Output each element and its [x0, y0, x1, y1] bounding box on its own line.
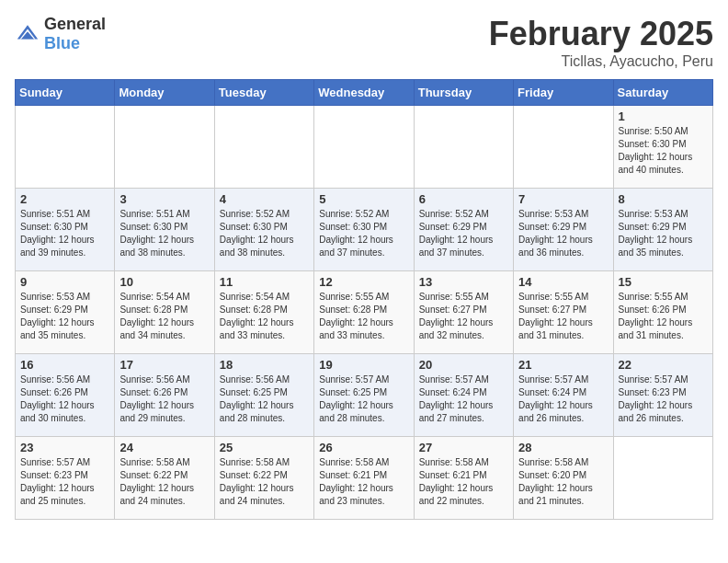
calendar-cell: 18Sunrise: 5:56 AM Sunset: 6:25 PM Dayli… [214, 354, 313, 437]
calendar-cell: 24Sunrise: 5:58 AM Sunset: 6:22 PM Dayli… [115, 437, 214, 520]
day-number: 20 [419, 358, 508, 372]
calendar-week-0: 1Sunrise: 5:50 AM Sunset: 6:30 PM Daylig… [16, 106, 713, 189]
calendar-cell: 9Sunrise: 5:53 AM Sunset: 6:29 PM Daylig… [16, 271, 115, 354]
day-info: Sunrise: 5:58 AM Sunset: 6:22 PM Dayligh… [220, 456, 309, 508]
calendar-cell [314, 106, 414, 189]
day-number: 16 [20, 358, 109, 372]
weekday-header-saturday: Saturday [613, 80, 712, 106]
calendar-cell: 15Sunrise: 5:55 AM Sunset: 6:26 PM Dayli… [613, 271, 712, 354]
calendar-cell: 14Sunrise: 5:55 AM Sunset: 6:27 PM Dayli… [514, 271, 613, 354]
day-info: Sunrise: 5:52 AM Sunset: 6:29 PM Dayligh… [419, 208, 508, 259]
month-title: February 2025 [489, 15, 713, 53]
day-number: 6 [419, 192, 508, 206]
day-info: Sunrise: 5:55 AM Sunset: 6:27 PM Dayligh… [419, 291, 508, 342]
calendar-cell: 20Sunrise: 5:57 AM Sunset: 6:24 PM Dayli… [414, 354, 513, 437]
logo-icon [15, 21, 40, 47]
calendar-cell [16, 106, 115, 189]
day-info: Sunrise: 5:51 AM Sunset: 6:30 PM Dayligh… [20, 208, 109, 259]
weekday-header-friday: Friday [514, 80, 613, 106]
day-info: Sunrise: 5:50 AM Sunset: 6:30 PM Dayligh… [619, 125, 708, 177]
calendar-cell: 2Sunrise: 5:51 AM Sunset: 6:30 PM Daylig… [16, 189, 115, 271]
day-info: Sunrise: 5:56 AM Sunset: 6:26 PM Dayligh… [119, 373, 209, 425]
day-number: 9 [20, 275, 109, 289]
day-number: 13 [419, 275, 508, 289]
day-number: 3 [119, 192, 209, 206]
day-info: Sunrise: 5:56 AM Sunset: 6:26 PM Dayligh… [20, 373, 109, 425]
page-header: General Blue February 2025 Ticllas, Ayac… [15, 15, 713, 70]
calendar-cell: 1Sunrise: 5:50 AM Sunset: 6:30 PM Daylig… [613, 106, 712, 189]
weekday-header-wednesday: Wednesday [314, 80, 414, 106]
calendar-week-4: 23Sunrise: 5:57 AM Sunset: 6:23 PM Dayli… [16, 437, 713, 520]
day-number: 17 [119, 358, 209, 372]
calendar-cell: 10Sunrise: 5:54 AM Sunset: 6:28 PM Dayli… [115, 271, 214, 354]
calendar-week-3: 16Sunrise: 5:56 AM Sunset: 6:26 PM Dayli… [16, 354, 713, 437]
calendar-cell: 22Sunrise: 5:57 AM Sunset: 6:23 PM Dayli… [613, 354, 712, 437]
calendar-cell: 28Sunrise: 5:58 AM Sunset: 6:20 PM Dayli… [514, 437, 613, 520]
day-number: 5 [319, 192, 408, 206]
day-info: Sunrise: 5:53 AM Sunset: 6:29 PM Dayligh… [619, 208, 708, 259]
calendar-cell: 6Sunrise: 5:52 AM Sunset: 6:29 PM Daylig… [414, 189, 513, 271]
calendar-cell: 21Sunrise: 5:57 AM Sunset: 6:24 PM Dayli… [514, 354, 613, 437]
calendar-body: 1Sunrise: 5:50 AM Sunset: 6:30 PM Daylig… [16, 106, 713, 520]
calendar-cell: 5Sunrise: 5:52 AM Sunset: 6:30 PM Daylig… [314, 189, 414, 271]
calendar-cell: 17Sunrise: 5:56 AM Sunset: 6:26 PM Dayli… [115, 354, 214, 437]
day-number: 18 [220, 358, 309, 372]
day-info: Sunrise: 5:52 AM Sunset: 6:30 PM Dayligh… [220, 208, 309, 259]
calendar-cell: 7Sunrise: 5:53 AM Sunset: 6:29 PM Daylig… [514, 189, 613, 271]
weekday-header-row: SundayMondayTuesdayWednesdayThursdayFrid… [16, 80, 713, 106]
logo-general-text: General [44, 15, 106, 33]
day-info: Sunrise: 5:57 AM Sunset: 6:23 PM Dayligh… [20, 456, 109, 508]
day-number: 12 [319, 275, 408, 289]
day-info: Sunrise: 5:54 AM Sunset: 6:28 PM Dayligh… [220, 291, 309, 342]
day-info: Sunrise: 5:58 AM Sunset: 6:21 PM Dayligh… [319, 456, 408, 508]
day-number: 23 [20, 441, 109, 454]
weekday-header-thursday: Thursday [414, 80, 513, 106]
day-number: 24 [119, 441, 209, 454]
calendar-cell: 8Sunrise: 5:53 AM Sunset: 6:29 PM Daylig… [613, 189, 712, 271]
calendar-cell [613, 437, 712, 520]
day-info: Sunrise: 5:57 AM Sunset: 6:25 PM Dayligh… [319, 373, 408, 425]
day-info: Sunrise: 5:56 AM Sunset: 6:25 PM Dayligh… [220, 373, 309, 425]
day-info: Sunrise: 5:57 AM Sunset: 6:24 PM Dayligh… [518, 373, 608, 425]
calendar-table: SundayMondayTuesdayWednesdayThursdayFrid… [15, 79, 713, 520]
day-number: 4 [220, 192, 309, 206]
calendar-cell: 13Sunrise: 5:55 AM Sunset: 6:27 PM Dayli… [414, 271, 513, 354]
calendar-cell: 16Sunrise: 5:56 AM Sunset: 6:26 PM Dayli… [16, 354, 115, 437]
day-number: 8 [619, 192, 708, 206]
day-number: 19 [319, 358, 408, 372]
day-number: 7 [518, 192, 608, 206]
day-number: 27 [419, 441, 508, 454]
calendar-cell: 26Sunrise: 5:58 AM Sunset: 6:21 PM Dayli… [314, 437, 414, 520]
day-number: 25 [220, 441, 309, 454]
day-info: Sunrise: 5:58 AM Sunset: 6:22 PM Dayligh… [119, 456, 209, 508]
day-number: 26 [319, 441, 408, 454]
day-info: Sunrise: 5:51 AM Sunset: 6:30 PM Dayligh… [119, 208, 209, 259]
day-number: 14 [518, 275, 608, 289]
weekday-header-tuesday: Tuesday [214, 80, 313, 106]
day-info: Sunrise: 5:58 AM Sunset: 6:20 PM Dayligh… [518, 456, 608, 508]
title-section: February 2025 Ticllas, Ayacucho, Peru [489, 15, 713, 70]
calendar-cell: 27Sunrise: 5:58 AM Sunset: 6:21 PM Dayli… [414, 437, 513, 520]
day-info: Sunrise: 5:55 AM Sunset: 6:26 PM Dayligh… [619, 291, 708, 342]
day-info: Sunrise: 5:53 AM Sunset: 6:29 PM Dayligh… [20, 291, 109, 342]
day-number: 28 [518, 441, 608, 454]
day-info: Sunrise: 5:58 AM Sunset: 6:21 PM Dayligh… [419, 456, 508, 508]
calendar-cell: 12Sunrise: 5:55 AM Sunset: 6:28 PM Dayli… [314, 271, 414, 354]
calendar-cell: 23Sunrise: 5:57 AM Sunset: 6:23 PM Dayli… [16, 437, 115, 520]
day-info: Sunrise: 5:52 AM Sunset: 6:30 PM Dayligh… [319, 208, 408, 259]
weekday-header-monday: Monday [115, 80, 214, 106]
day-info: Sunrise: 5:53 AM Sunset: 6:29 PM Dayligh… [518, 208, 608, 259]
day-number: 2 [20, 192, 109, 206]
day-info: Sunrise: 5:55 AM Sunset: 6:27 PM Dayligh… [518, 291, 608, 342]
day-info: Sunrise: 5:54 AM Sunset: 6:28 PM Dayligh… [119, 291, 209, 342]
calendar-cell: 11Sunrise: 5:54 AM Sunset: 6:28 PM Dayli… [214, 271, 313, 354]
calendar-cell: 25Sunrise: 5:58 AM Sunset: 6:22 PM Dayli… [214, 437, 313, 520]
day-number: 10 [119, 275, 209, 289]
day-number: 22 [619, 358, 708, 372]
day-number: 21 [518, 358, 608, 372]
weekday-header-sunday: Sunday [16, 80, 115, 106]
day-info: Sunrise: 5:57 AM Sunset: 6:24 PM Dayligh… [419, 373, 508, 425]
day-info: Sunrise: 5:55 AM Sunset: 6:28 PM Dayligh… [319, 291, 408, 342]
calendar-cell: 4Sunrise: 5:52 AM Sunset: 6:30 PM Daylig… [214, 189, 313, 271]
calendar-cell [514, 106, 613, 189]
